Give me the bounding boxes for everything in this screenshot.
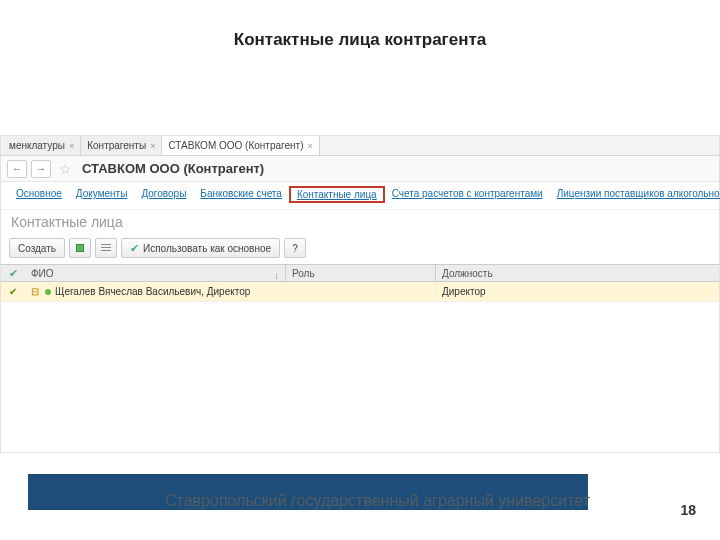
action-bar: Создать ✔ Использовать как основное ? (1, 236, 719, 264)
col-role-label: Роль (292, 268, 315, 279)
hierarchy-icon: ⊟ (31, 286, 41, 297)
back-button[interactable]: ← (7, 160, 27, 178)
tab-label: СТАВКОМ ООО (Контрагент) (168, 140, 303, 151)
page-title: СТАВКОМ ООО (Контрагент) (80, 161, 264, 176)
col-role[interactable]: Роль (285, 265, 435, 281)
nav-main[interactable]: Основное (9, 186, 69, 203)
folder-icon (76, 244, 84, 252)
cell-position: Директор (435, 286, 719, 297)
app-window: менклатуры × Контрагенты × СТАВКОМ ООО (… (0, 135, 720, 453)
add-folder-button[interactable] (69, 238, 91, 258)
tab-stavkom[interactable]: СТАВКОМ ООО (Контрагент) × (162, 136, 319, 155)
nav-bank-accounts[interactable]: Банковские счета (193, 186, 289, 203)
row-check[interactable]: ✔ (1, 286, 25, 297)
use-as-main-label: Использовать как основное (143, 243, 271, 254)
fio-text: Щегалев Вячеслав Васильевич, Директор (55, 286, 250, 297)
list-icon (101, 244, 111, 252)
nav-links: Основное Документы Договоры Банковские с… (1, 182, 719, 210)
sort-icon: ↓ (274, 270, 279, 281)
tab-bar: менклатуры × Контрагенты × СТАВКОМ ООО (… (1, 136, 719, 156)
col-fio-label: ФИО (31, 268, 54, 279)
create-button[interactable]: Создать (9, 238, 65, 258)
tab-label: Контрагенты (87, 140, 146, 151)
col-fio[interactable]: ФИО ↓ (25, 268, 285, 279)
help-label: ? (292, 243, 298, 254)
tab-nomenclature[interactable]: менклатуры × (3, 136, 81, 155)
close-icon[interactable]: × (69, 141, 74, 151)
nav-contracts[interactable]: Договоры (134, 186, 193, 203)
section-title: Контактные лица (1, 210, 719, 236)
page-number: 18 (680, 502, 696, 518)
create-label: Создать (18, 243, 56, 254)
col-check[interactable]: ✔ (1, 267, 25, 280)
nav-contact-persons[interactable]: Контактные лица (289, 186, 385, 203)
table-header: ✔ ФИО ↓ Роль Должность (1, 264, 719, 282)
nav-alcohol-licenses[interactable]: Лицензии поставщиков алкогольной продукц… (550, 186, 720, 203)
col-position[interactable]: Должность (435, 265, 719, 281)
nav-settlement-accounts[interactable]: Счета расчетов с контрагентами (385, 186, 550, 203)
favorite-icon[interactable]: ☆ (55, 161, 76, 177)
table-row[interactable]: ✔ ⊟ Щегалев Вячеслав Васильевич, Директо… (1, 282, 719, 302)
toolbar: ← → ☆ СТАВКОМ ООО (Контрагент) (1, 156, 719, 182)
check-icon: ✔ (130, 242, 139, 255)
status-dot-icon (45, 289, 51, 295)
cell-fio: ⊟ Щегалев Вячеслав Васильевич, Директор (25, 286, 285, 297)
list-view-button[interactable] (95, 238, 117, 258)
forward-button[interactable]: → (31, 160, 51, 178)
use-as-main-button[interactable]: ✔ Использовать как основное (121, 238, 280, 258)
slide-title: Контактные лица контрагента (0, 0, 720, 60)
help-button[interactable]: ? (284, 238, 306, 258)
close-icon[interactable]: × (150, 141, 155, 151)
tab-label: менклатуры (9, 140, 65, 151)
nav-documents[interactable]: Документы (69, 186, 135, 203)
tab-counterparties[interactable]: Контрагенты × (81, 136, 162, 155)
close-icon[interactable]: × (307, 141, 312, 151)
empty-area (1, 302, 719, 452)
footer-band (28, 474, 588, 510)
col-position-label: Должность (442, 268, 493, 279)
